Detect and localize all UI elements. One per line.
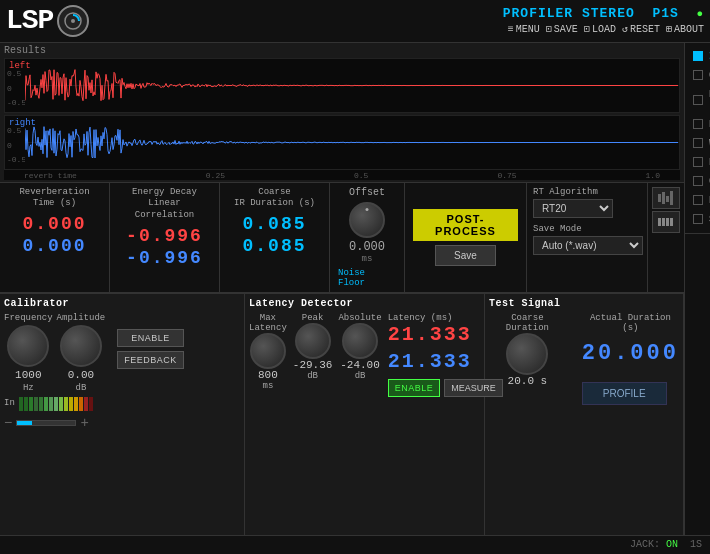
calibrator-enable-btn[interactable]: ENABLE [117,329,184,347]
jack-status: ON [666,539,678,550]
logo-text: LSP [6,5,53,36]
calibrator-feedback-btn[interactable]: FEEDBACK [117,351,184,369]
reverb-left-val: 0.000 [22,214,86,234]
status-item-convolving: CONVOLVING [685,172,710,191]
absolute-label: Absolute [338,313,381,323]
calibrator-bottom: − + [4,415,240,431]
abs-db-val: -24.00 [340,359,380,371]
coarse-ir-metric: Coarse IR Duration (s) 0.085 0.085 [220,183,330,292]
status-item-detecting-latency: DETECTING LATENCY [685,85,710,115]
input-row: In [4,395,240,411]
status-dot [693,70,703,80]
peak-unit: dB [307,371,318,381]
about-menu-btn[interactable]: ⊞ ABOUT [666,23,704,35]
status-dot [693,157,703,167]
waveform-icons [647,183,684,292]
offset-unit: ms [362,254,373,264]
save-mode-select[interactable]: Auto (*.wav) WAV [533,236,643,255]
status-dot [693,51,703,61]
profile-button[interactable]: PROFILE [582,382,667,405]
absolute-knob[interactable] [342,323,378,359]
menu-btn[interactable]: ≡ MENU [508,24,540,35]
offset-label: Offset [349,187,385,198]
waveform-icon-2[interactable] [652,211,680,233]
status-dot [693,176,703,186]
bottom-status-bar: JACK: ON 1S [0,535,710,554]
rt-algorithm-select[interactable]: RT20 RT30 RT60 [533,199,613,218]
freq-val: 1000 [15,369,41,381]
left-waveform: left 0.5 0 -0.5 [4,58,680,113]
reset-menu-btn[interactable]: ↺ RESET [622,23,660,35]
plus-btn[interactable]: + [80,415,88,431]
freq-knob[interactable] [7,325,49,367]
minus-btn[interactable]: − [4,415,12,431]
left-panel: Results left 0.5 0 -0.5 [0,43,684,535]
rt-algorithm-label: RT Algorithm [533,187,641,197]
max-latency-label: Max Latency [249,313,287,333]
right-channel-label: right [9,118,36,128]
coarse-left-val: 0.085 [242,214,306,234]
svg-rect-4 [666,196,669,202]
header-right: PROFILER STEREO P1S ● ≡ MENU ⊡ SAVE ⊡ LO… [503,6,704,35]
svg-point-1 [71,19,75,23]
status-dot [693,95,703,105]
profiler-title: PROFILER STEREO P1S ● [503,6,704,21]
svg-rect-3 [662,192,665,204]
svg-rect-5 [670,191,673,205]
test-signal-panel: Test Signal Coarse Duration 20.0 s Actua… [485,294,684,535]
results-label: Results [4,45,680,56]
actual-dur-label: Actual Duration (s) [582,313,679,333]
latency-val1: 21.333 [388,323,472,346]
rt-algorithm-block: RT Algorithm RT20 RT30 RT60 [533,187,641,218]
status-dot [693,138,703,148]
offset-block: Offset 0.000 ms Noise Floor [330,183,405,292]
rt-save-area: RT Algorithm RT20 RT30 RT60 Save Mode Au… [527,183,647,292]
save-button[interactable]: Save [435,245,496,266]
bottom-panels: Calibrator Frequency 1000 Hz Amplitude 0… [0,293,684,535]
coarse-right-val: 0.085 [242,236,306,256]
jack-label: JACK: [630,539,660,550]
results-section: Results left 0.5 0 -0.5 [0,43,684,183]
post-process-button[interactable]: POST-PROCESS [413,209,518,241]
save-mode-label: Save Mode [533,224,641,234]
noise-floor-label: Noise Floor [338,268,396,288]
waveform-icon-1[interactable] [652,187,680,209]
offset-val: 0.000 [349,240,385,254]
reverberation-metric: Reverberation Time (s) 0.000 0.000 [0,183,110,292]
coarse-dur-knob[interactable] [506,333,548,375]
version-label: 1S [690,539,702,550]
logo-area: LSP [6,5,89,37]
status-dot [693,119,703,129]
calibrator-title: Calibrator [4,298,240,309]
vu-meter [19,397,93,411]
latency-panel: Latency Detector Max Latency 800 ms Peak [245,294,485,535]
latency-ms-label: Latency (ms) [388,313,453,323]
save-menu-btn[interactable]: ⊡ SAVE [546,23,578,35]
logo-icon [57,5,89,37]
x-axis: reverb time 0.25 0.5 0.75 1.0 [4,170,680,180]
status-item-recording: RECORDING [685,153,710,172]
status-item-postprocessing: POSTPROCESSING [685,191,710,210]
max-latency-knob[interactable] [250,333,286,369]
energy-right-val: -0.996 [126,248,203,268]
max-latency-unit: ms [263,381,274,391]
status-list: IDLECALIBRATINGDETECTING LATENCYPREPROCE… [685,47,710,229]
test-signal-title: Test Signal [489,298,679,309]
status-item-preprocessing: PREPROCESSING [685,115,710,134]
peak-knob[interactable] [295,323,331,359]
calibrator-panel: Calibrator Frequency 1000 Hz Amplitude 0… [0,294,245,535]
amp-val: 0.00 [68,369,94,381]
status-dot [693,214,703,224]
load-menu-btn[interactable]: ⊡ LOAD [584,23,616,35]
abs-unit: dB [355,371,366,381]
latency-enable-btn[interactable]: ENABLE [388,379,441,397]
offset-knob[interactable] [349,202,385,238]
coarse-dur-label: Coarse Duration [489,313,566,333]
energy-left-val: -0.996 [126,226,203,246]
freq-unit: Hz [23,383,34,393]
status-item-idle: IDLE [685,47,710,66]
peak-label: Peak [302,313,324,323]
left-channel-label: left [9,61,31,71]
amp-knob[interactable] [60,325,102,367]
actual-dur-val: 20.000 [582,341,679,366]
